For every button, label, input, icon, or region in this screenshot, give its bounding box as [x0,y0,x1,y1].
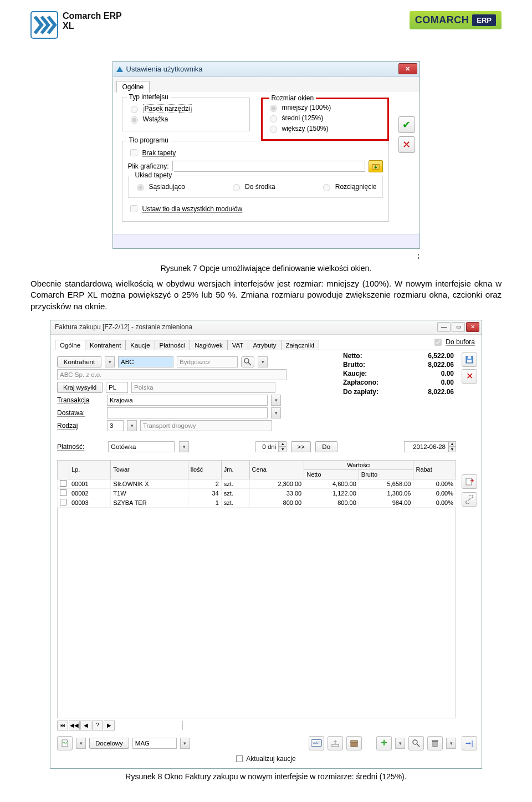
dni-value[interactable]: 0 dni [255,441,279,452]
preview-button[interactable] [408,736,424,750]
do-bufora-input[interactable] [434,339,442,346]
docelowy-dd[interactable]: ▾ [180,738,190,749]
sheet-button[interactable] [57,736,73,750]
radio-size-150[interactable]: większy (150%) [267,124,383,133]
col-jm[interactable]: Jm. [221,460,249,479]
minimize-icon[interactable]: — [437,322,451,332]
grid-export-button[interactable] [462,474,477,489]
radio-size-125-input[interactable] [270,115,277,122]
goto-end-button[interactable]: ➙| [462,736,477,750]
platnosc-dd[interactable]: ▾ [179,441,189,452]
row-check[interactable] [60,480,66,487]
next-button[interactable]: >> [291,441,310,452]
check-no-wallpaper-input[interactable] [130,149,137,156]
tab-platnosci[interactable]: Płatności [155,340,191,350]
radio-ribbon[interactable]: Wstążka [128,115,244,124]
aktualizuj-check[interactable] [236,755,243,762]
rodzaj-dd[interactable]: ▾ [127,420,137,431]
add-row-button[interactable]: + [376,736,392,750]
dostawa-dd[interactable]: ▾ [271,407,281,418]
maximize-icon[interactable]: ▭ [452,322,465,332]
col-cena[interactable]: Cena [249,460,304,479]
action-cancel-button[interactable]: ✕ [462,369,477,384]
delete-row-dd[interactable]: ▾ [446,738,456,749]
row-check[interactable] [60,499,66,505]
do-bufora-check[interactable]: Do bufora [432,337,477,350]
tab-kaucje[interactable]: Kaucje [125,340,155,350]
table-row[interactable]: 00002T1W34szt.33.001,122.001,380.060.00% [58,488,456,498]
transakcja-input[interactable]: Krajowa [107,395,268,406]
file-input[interactable] [172,161,365,172]
nav-back-icon[interactable]: ◀ [80,721,91,731]
invoice-titlebar[interactable]: Faktura zakupu [FZ-2/12] - zostanie zmie… [50,320,482,335]
spin-up-icon[interactable]: ▲ [279,441,287,447]
col-lp[interactable]: Lp. [69,460,111,479]
kraj-button[interactable]: Kraj wysyłki [57,382,103,393]
col-towar[interactable]: Towar [111,460,188,479]
delete-row-button[interactable] [427,736,443,750]
transakcja-dd[interactable]: ▾ [271,395,281,406]
radio-center-input[interactable] [233,184,240,191]
kontrahent-search-dd[interactable]: ▾ [258,356,268,367]
nav-help-icon[interactable]: ? [92,721,103,731]
row-check[interactable] [60,489,66,496]
radio-tile-input[interactable] [137,184,144,191]
kontrahent-search-button[interactable] [241,356,254,367]
check-all-modules[interactable]: Ustaw tło dla wszystkich modułów [128,203,383,214]
col-rabat[interactable]: Rabat [413,460,456,479]
tab-zalaczniki[interactable]: Załączniki [281,340,319,350]
docelowy-input[interactable]: MAG [132,738,177,749]
date-spinner[interactable]: 2012-06-28▲▼ [404,441,456,452]
tab-kontrahent[interactable]: Kontrahent [85,340,126,350]
close-icon[interactable]: ✕ [398,63,417,74]
date-up-icon[interactable]: ▲ [448,441,456,447]
tab-vat[interactable]: VAT [227,340,249,350]
radio-size-150-input[interactable] [270,126,277,133]
add-row-dd[interactable]: ▾ [395,738,405,749]
nav-prev-icon[interactable]: ◀◀ [69,721,80,731]
check-no-wallpaper[interactable]: Brak tapety [128,147,383,158]
kontrahent-button[interactable]: Kontrahent [57,356,101,367]
radio-toolbar-input[interactable] [131,106,138,113]
kontrahent-dropdown[interactable]: ▾ [105,356,115,367]
table-row[interactable]: 00003SZYBA TER1szt.800.00800.00984.000.0… [58,498,456,507]
items-grid[interactable]: Lp. Towar Ilość Jm. Cena Wartości Rabat … [57,460,456,508]
tab-atrybuty[interactable]: Atrybuty [248,340,281,350]
check-all-modules-input[interactable] [130,205,137,212]
browse-button[interactable] [369,160,383,172]
settings-titlebar[interactable]: Ustawienia użytkownika ✕ [113,62,420,77]
grid-link-button[interactable] [462,492,477,507]
dostawa-input[interactable] [107,407,268,418]
col-ilosc[interactable]: Ilość [188,460,221,479]
dni-spinner[interactable]: 0 dni▲▼ [255,441,287,452]
radio-center[interactable]: Do środka [230,182,275,191]
rodzaj-code[interactable]: 3 [107,420,124,431]
tab-naglowek[interactable]: Nagłówek [190,340,228,350]
docelowy-button[interactable]: Docelowy [89,738,129,749]
radio-tile[interactable]: Sąsiadująco [134,182,185,191]
platnosc-input[interactable]: Gotówka [108,441,175,452]
tab-ogolne[interactable]: Ogólne [55,340,85,350]
radio-toolbar[interactable]: Pasek narzędzi [128,104,244,113]
table-row[interactable]: 00001SIŁOWNIK X2szt.2,300.004,600.005,65… [58,479,456,488]
radio-size-125[interactable]: średni (125%) [267,114,383,122]
cancel-button[interactable]: ✕ [398,136,415,153]
close-icon[interactable]: ✕ [466,322,479,332]
radio-size-100-input[interactable] [270,105,277,112]
nav-fwd-icon[interactable]: ▶ [104,721,115,731]
date-down-icon[interactable]: ▼ [448,447,456,452]
do-button[interactable]: Do [315,441,337,452]
col-netto[interactable]: Netto [304,469,359,479]
archive-button[interactable] [346,736,362,750]
radio-size-100[interactable]: mniejszy (100%) [267,103,383,112]
kontrahent-code-input[interactable]: ABC [118,356,173,367]
vat-button[interactable]: VAT [309,736,324,750]
radio-stretch-input[interactable] [323,184,330,191]
tab-general[interactable]: Ogólne [116,81,150,93]
radio-stretch[interactable]: Rozciągnięcie [320,182,377,191]
radio-ribbon-input[interactable] [131,116,138,124]
ok-button[interactable]: ✔ [398,116,415,133]
save-button[interactable] [462,353,477,367]
date-value[interactable]: 2012-06-28 [404,441,448,452]
horizontal-scrollbar[interactable] [182,721,183,730]
